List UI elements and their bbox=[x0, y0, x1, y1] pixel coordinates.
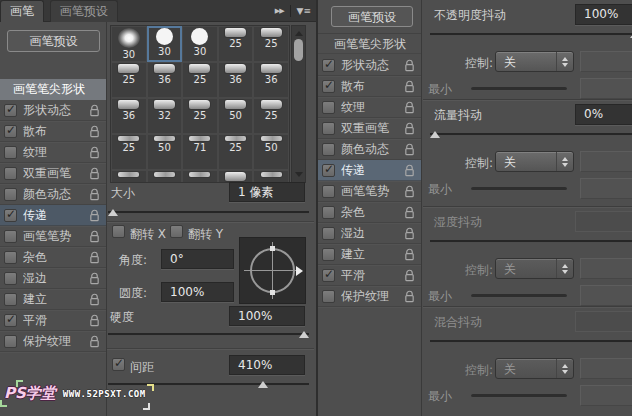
stepper-arrows-icon[interactable] bbox=[556, 359, 573, 378]
option-checkbox[interactable] bbox=[322, 185, 335, 198]
brush-option-row[interactable]: 杂色 bbox=[0, 247, 106, 268]
control-dropdown[interactable]: 关 bbox=[495, 358, 574, 379]
lock-icon[interactable] bbox=[404, 269, 415, 282]
brush-tip-tile[interactable]: 30 bbox=[147, 26, 183, 62]
brush-option-row[interactable]: 画笔笔势 bbox=[318, 181, 421, 202]
brush-tip-tile[interactable]: 36 bbox=[218, 62, 254, 98]
brush-tip-tile[interactable]: 25 bbox=[218, 134, 254, 170]
lock-icon[interactable] bbox=[404, 122, 415, 135]
lock-icon[interactable] bbox=[404, 101, 415, 114]
option-checkbox[interactable] bbox=[322, 143, 335, 156]
lock-icon[interactable] bbox=[89, 146, 100, 159]
option-checkbox[interactable] bbox=[4, 125, 17, 138]
brush-tip-tile[interactable]: 25 bbox=[253, 26, 289, 62]
brush-option-row[interactable]: 建立 bbox=[0, 289, 106, 310]
brush-option-row[interactable]: 湿边 bbox=[318, 223, 421, 244]
size-value-box[interactable]: 1 像素 bbox=[229, 182, 305, 202]
lock-icon[interactable] bbox=[89, 230, 100, 243]
lock-icon[interactable] bbox=[89, 125, 100, 138]
jitter-value-box[interactable] bbox=[575, 311, 632, 332]
brush-option-row[interactable]: 保护纹理 bbox=[0, 331, 106, 352]
brush-option-row[interactable]: 颜色动态 bbox=[0, 184, 106, 205]
size-slider[interactable] bbox=[108, 211, 309, 214]
brush-tip-tile[interactable]: 25 bbox=[182, 98, 218, 134]
brush-tip-tile[interactable]: 25 bbox=[253, 98, 289, 134]
jitter-value-box[interactable]: 0% bbox=[575, 104, 632, 125]
hardness-value-box[interactable]: 100% bbox=[229, 306, 305, 326]
lock-icon[interactable] bbox=[404, 185, 415, 198]
brush-tip-tile[interactable]: 25 bbox=[111, 62, 147, 98]
brush-option-row[interactable]: 散布 bbox=[0, 121, 106, 142]
brush-option-row[interactable]: 形状动态 bbox=[0, 100, 106, 121]
stepper-arrows-icon[interactable] bbox=[556, 52, 573, 71]
brush-tip-tile[interactable]: 30 bbox=[111, 26, 147, 62]
lock-icon[interactable] bbox=[404, 164, 415, 177]
scroll-down-icon[interactable] bbox=[295, 172, 303, 177]
brush-option-row[interactable]: 传递 bbox=[0, 205, 106, 226]
brush-option-row[interactable]: 传递 bbox=[318, 160, 421, 181]
lock-icon[interactable] bbox=[89, 251, 100, 264]
brush-tip-shape-item[interactable]: 画笔笔尖形状 bbox=[0, 79, 106, 100]
brush-option-row[interactable]: 双重画笔 bbox=[318, 118, 421, 139]
lock-icon[interactable] bbox=[404, 206, 415, 219]
option-checkbox[interactable] bbox=[4, 314, 17, 327]
brush-tip-tile[interactable]: 25 bbox=[218, 26, 254, 62]
jitter-slider[interactable] bbox=[430, 33, 632, 36]
spacing-value-box[interactable]: 410% bbox=[229, 355, 305, 375]
option-checkbox[interactable] bbox=[322, 248, 335, 261]
brush-option-row[interactable]: 双重画笔 bbox=[0, 163, 106, 184]
control-dropdown[interactable]: 关 bbox=[495, 258, 574, 279]
lock-icon[interactable] bbox=[404, 80, 415, 93]
minimum-slider[interactable] bbox=[471, 294, 567, 298]
brush-tip-tile[interactable]: 36 bbox=[111, 98, 147, 134]
lock-icon[interactable] bbox=[404, 248, 415, 261]
jitter-slider[interactable] bbox=[430, 240, 632, 243]
option-checkbox[interactable] bbox=[322, 269, 335, 282]
angle-dial[interactable] bbox=[239, 237, 306, 304]
option-checkbox[interactable] bbox=[322, 80, 335, 93]
brush-tip-tile[interactable]: 50 bbox=[253, 134, 289, 170]
stepper-arrows-icon[interactable] bbox=[556, 152, 573, 171]
lock-icon[interactable] bbox=[89, 188, 100, 201]
size-slider-thumb[interactable] bbox=[108, 209, 118, 216]
angle-input[interactable]: 0° bbox=[161, 249, 234, 269]
spacing-checkbox[interactable] bbox=[112, 358, 125, 371]
brush-option-row[interactable]: 颜色动态 bbox=[318, 139, 421, 160]
brush-option-row[interactable]: 平滑 bbox=[318, 265, 421, 286]
tab-brush-presets[interactable]: 画笔预设 bbox=[50, 0, 118, 22]
brush-tip-tile[interactable] bbox=[147, 170, 183, 183]
hardness-slider-thumb[interactable] bbox=[299, 331, 309, 338]
lock-icon[interactable] bbox=[404, 227, 415, 240]
option-checkbox[interactable] bbox=[4, 335, 17, 348]
control-dropdown[interactable]: 关 bbox=[495, 151, 574, 172]
jitter-slider-thumb[interactable] bbox=[430, 131, 440, 138]
lock-icon[interactable] bbox=[89, 293, 100, 306]
collapse-panels-icon[interactable]: ▶▶ bbox=[275, 3, 284, 19]
brush-presets-button[interactable]: 画笔预设 bbox=[7, 30, 100, 52]
option-checkbox[interactable] bbox=[322, 59, 335, 72]
option-checkbox[interactable] bbox=[4, 146, 17, 159]
option-checkbox[interactable] bbox=[4, 230, 17, 243]
brush-option-row[interactable]: 湿边 bbox=[0, 268, 106, 289]
option-checkbox[interactable] bbox=[4, 272, 17, 285]
jitter-value-box[interactable]: 100% bbox=[575, 4, 632, 25]
tab-brush[interactable]: 画笔 bbox=[0, 0, 44, 22]
option-checkbox[interactable] bbox=[322, 206, 335, 219]
dial-handle-bottom[interactable] bbox=[270, 290, 275, 295]
roundness-input[interactable]: 100% bbox=[161, 282, 234, 302]
flip-x-checkbox[interactable] bbox=[112, 225, 125, 238]
option-checkbox[interactable] bbox=[4, 209, 17, 222]
option-checkbox[interactable] bbox=[322, 122, 335, 135]
stepper-arrows-icon[interactable] bbox=[556, 259, 573, 278]
brush-option-row[interactable]: 散布 bbox=[318, 76, 421, 97]
dial-angle-arrow[interactable] bbox=[296, 266, 303, 276]
brush-option-row[interactable]: 建立 bbox=[318, 244, 421, 265]
brush-option-row[interactable]: 纹理 bbox=[0, 142, 106, 163]
panel-menu-icon[interactable]: ▼≡ bbox=[297, 3, 311, 19]
lock-icon[interactable] bbox=[89, 272, 100, 285]
spacing-slider-thumb[interactable] bbox=[258, 381, 268, 388]
brush-option-row[interactable]: 平滑 bbox=[0, 310, 106, 331]
brush-option-row[interactable]: 画笔笔势 bbox=[0, 226, 106, 247]
option-checkbox[interactable] bbox=[4, 188, 17, 201]
brush-option-row[interactable]: 杂色 bbox=[318, 202, 421, 223]
